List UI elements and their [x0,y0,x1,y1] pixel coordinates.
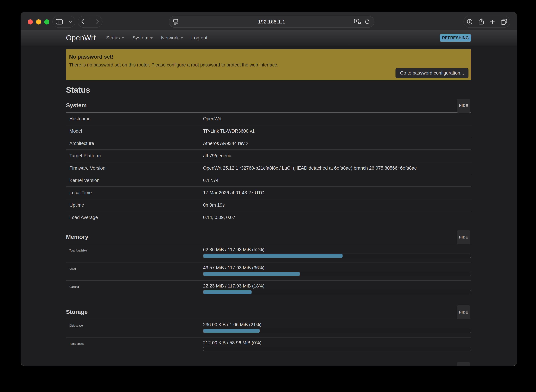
row-label: Load Average [69,215,203,220]
share-icon[interactable] [478,18,485,25]
progress-cell: 22.23 MiB / 117.93 MiB (18%) [203,283,471,294]
progress-value-text: 62.36 MiB / 117.93 MiB (52%) [203,247,471,252]
progress-fill [203,329,260,333]
url-text: 192.168.1.1 [169,19,374,25]
hide-button-storage[interactable]: HIDE [457,305,470,319]
table-row: HostnameOpenWrt [66,113,471,125]
chevron-down-icon [121,37,124,39]
progress-value-text: 236.00 KiB / 1.06 MiB (21%) [203,322,471,327]
download-icon[interactable] [466,19,473,25]
reload-icon[interactable] [364,19,370,25]
progress-fill [203,290,252,294]
progress-cell: 62.36 MiB / 117.93 MiB (52%) [203,247,471,258]
status-sections: SystemHIDEHostnameOpenWrtModelTP-Link TL… [66,99,471,366]
banner-title: No password set! [69,54,468,60]
row-value: Atheros AR9344 rev 2 [203,141,471,146]
section-storage: StorageHIDEDisk space236.00 KiB / 1.06 M… [66,305,471,355]
table-row: Firmware VersionOpenWrt 25.12.1 r32768-b… [66,162,471,174]
row-label: Used [69,265,203,276]
browser-toolbar: 192.168.1.1 A [21,12,517,30]
banner-message: There is no password set on this router.… [69,62,468,68]
reader-icon[interactable] [173,19,178,25]
section-header-system: SystemHIDE [66,99,471,113]
section-title: Network [66,366,471,366]
chevron-down-icon [68,20,72,23]
row-value: 6.12.74 [203,178,471,183]
nav-item-label: Log out [191,35,207,41]
section-title: Storage [66,309,471,319]
table-row: Temp space212.00 KiB / 58.96 MiB (0%) [66,337,471,355]
hide-button-memory[interactable]: HIDE [457,230,470,244]
back-icon[interactable] [81,19,85,25]
history-nav-group [78,16,103,28]
row-label: Hostname [69,116,203,121]
progress-fill [203,272,300,276]
nav-item-label: System [132,35,148,41]
table-row: Uptime0h 9m 19s [66,199,471,211]
forward-icon[interactable] [96,19,99,25]
table-row: Disk space236.00 KiB / 1.06 MiB (21%) [66,319,471,337]
row-label: Cached [69,283,203,294]
progress-bar [203,290,471,294]
row-label: Architecture [69,141,203,146]
progress-cell: 212.00 KiB / 58.96 MiB (0%) [203,340,471,351]
divider [90,18,90,25]
section-title: System [66,102,471,112]
nav-item-log-out[interactable]: Log out [191,35,207,41]
sidebar-icon [56,19,63,25]
row-label: Disk space [69,322,203,333]
table-row: Load Average0.14, 0.09, 0.07 [66,211,471,224]
progress-fill [203,254,343,258]
tab-overview-icon[interactable] [501,19,507,25]
table-row: Local Time17 Mar 2026 at 01:43:27 UTC [66,187,471,199]
section-memory: MemoryHIDETotal Available62.36 MiB / 117… [66,230,471,299]
row-label: Local Time [69,190,203,195]
nav-item-network[interactable]: Network [161,35,183,41]
section-system: SystemHIDEHostnameOpenWrtModelTP-Link TL… [66,99,471,224]
new-tab-icon[interactable] [489,19,495,25]
nav-item-system[interactable]: System [132,35,153,41]
hide-button-system[interactable]: HIDE [457,99,470,113]
row-label: Model [69,129,203,134]
table-row: Total Available62.36 MiB / 117.93 MiB (5… [66,244,471,262]
minimize-window-button[interactable] [36,19,41,24]
go-to-password-configuration-button[interactable]: Go to password configuration... [396,68,468,78]
section-header-memory: MemoryHIDE [66,230,471,244]
row-value: ath79/generic [203,153,471,158]
no-password-banner: No password set! There is no password se… [66,49,471,80]
progress-cell: 236.00 KiB / 1.06 MiB (21%) [203,322,471,333]
site-navbar: OpenWrt StatusSystemNetworkLog out REFRE… [21,30,517,46]
section-header-network: NetworkHIDE [66,362,471,366]
row-value: OpenWrt [203,116,471,121]
nav-item-label: Network [161,35,179,41]
progress-bar [203,347,471,351]
svg-text:A: A [356,20,358,23]
row-value: 0.14, 0.09, 0.07 [203,215,471,220]
browser-window: 192.168.1.1 A [21,12,517,366]
table-row: Kernel Version6.12.74 [66,174,471,187]
progress-bar [203,272,471,276]
row-label: Target Platform [69,153,203,158]
openwrt-logo: OpenWrt [66,34,96,42]
row-label: Temp space [69,340,203,351]
row-label: Total Available [69,247,203,258]
chevron-down-icon [150,37,153,39]
translate-icon[interactable]: A [354,19,361,25]
table-row: ModelTP-Link TL-WDR3600 v1 [66,125,471,137]
row-value: 17 Mar 2026 at 01:43:27 UTC [203,190,471,195]
nav-item-status[interactable]: Status [106,35,124,41]
progress-bar [203,329,471,333]
nav-item-label: Status [106,35,120,41]
nav-links: StatusSystemNetworkLog out [106,35,207,41]
address-bar[interactable]: 192.168.1.1 A [169,16,374,28]
sidebar-toggle-button[interactable] [52,16,75,28]
progress-value-text: 212.00 KiB / 58.96 MiB (0%) [203,340,471,345]
progress-value-text: 22.23 MiB / 117.93 MiB (18%) [203,283,471,289]
row-label: Kernel Version [69,178,203,183]
row-value: OpenWrt 25.12.1 r32768-b21cfa8f8c / LuCI… [203,165,471,171]
close-window-button[interactable] [28,19,33,24]
hide-button-network[interactable]: HIDE [457,362,470,366]
section-title: Memory [66,234,471,244]
zoom-window-button[interactable] [44,19,49,24]
row-label: Firmware Version [69,165,203,171]
